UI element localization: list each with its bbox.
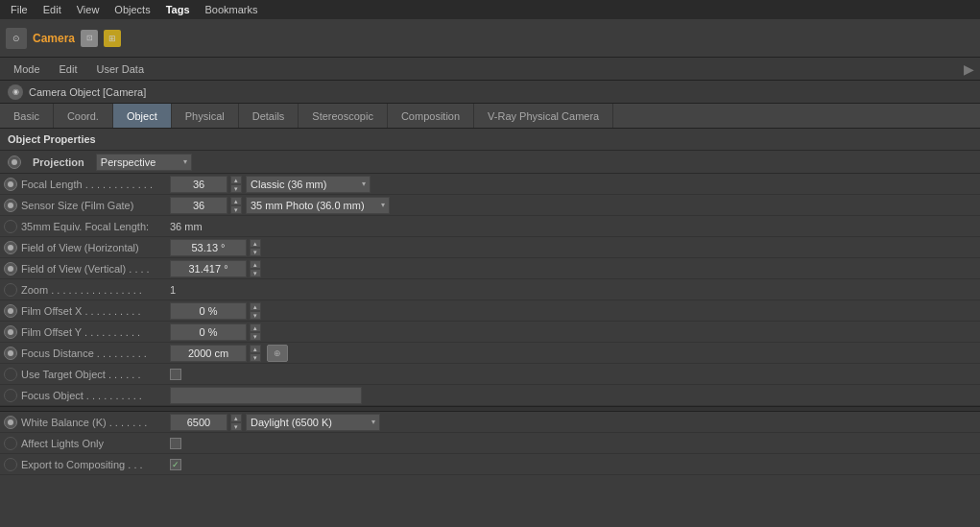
white-balance-spinner[interactable]: ▴ ▾ bbox=[230, 414, 242, 431]
focal-length-input[interactable] bbox=[170, 176, 227, 193]
sensor-size-dropdown[interactable]: 35 mm Photo (36.0 mm) ▾ bbox=[246, 197, 390, 214]
film-offset-y-down[interactable]: ▾ bbox=[250, 332, 261, 341]
focus-distance-input[interactable] bbox=[170, 345, 247, 362]
film-offset-y-value: ▴ ▾ bbox=[170, 323, 976, 341]
object-title: Camera Object [Camera] bbox=[29, 86, 146, 98]
menu-edit[interactable]: Edit bbox=[36, 2, 68, 17]
export-compositing-checkbox[interactable]: ✓ bbox=[170, 459, 181, 470]
properties-panel: Object Properties Projection Perspective… bbox=[0, 129, 980, 475]
sensor-size-input[interactable] bbox=[170, 197, 227, 214]
focal-length-spinner[interactable]: ▴ ▾ bbox=[230, 176, 242, 193]
tab-coord[interactable]: Coord. bbox=[54, 104, 113, 128]
film-offset-y-spinner[interactable]: ▴ ▾ bbox=[250, 323, 261, 341]
menu-objects[interactable]: Objects bbox=[108, 2, 156, 17]
projection-label: Projection bbox=[33, 156, 84, 168]
focal-length-dropdown-value: Classic (36 mm) bbox=[251, 179, 326, 190]
affect-lights-value bbox=[170, 438, 976, 449]
fov-h-indicator[interactable] bbox=[4, 241, 17, 254]
tool-icon-3[interactable]: ⊞ bbox=[104, 30, 121, 47]
focal-length-dropdown[interactable]: Classic (36 mm) ▾ bbox=[246, 176, 370, 193]
white-balance-input[interactable] bbox=[170, 414, 227, 431]
collapse-btn[interactable]: ▶ bbox=[964, 61, 974, 77]
tab-composition[interactable]: Composition bbox=[388, 104, 474, 128]
use-target-label: Use Target Object . . . . . . bbox=[21, 369, 170, 380]
film-offset-y-row: Film Offset Y . . . . . . . . . . ▴ ▾ bbox=[0, 322, 980, 343]
mode-btn-userdata[interactable]: User Data bbox=[89, 61, 153, 77]
focal-length-row: Focal Length . . . . . . . . . . . . ▴ ▾… bbox=[0, 174, 980, 195]
tab-vray[interactable]: V-Ray Physical Camera bbox=[474, 104, 613, 128]
white-balance-dropdown[interactable]: Daylight (6500 K) ▾ bbox=[246, 414, 380, 431]
sensor-size-down[interactable]: ▾ bbox=[230, 205, 242, 214]
fov-v-down[interactable]: ▾ bbox=[250, 269, 261, 277]
focus-distance-up[interactable]: ▴ bbox=[250, 345, 261, 353]
use-target-indicator bbox=[4, 368, 17, 381]
film-offset-y-up[interactable]: ▴ bbox=[250, 323, 261, 332]
fov-v-input[interactable] bbox=[170, 260, 247, 277]
tab-stereoscopic[interactable]: Stereoscopic bbox=[299, 104, 388, 128]
focus-object-label: Focus Object . . . . . . . . . . bbox=[21, 390, 170, 401]
fov-v-spinner[interactable]: ▴ ▾ bbox=[250, 260, 261, 277]
tab-object[interactable]: Object bbox=[113, 104, 172, 128]
focal-length-indicator[interactable] bbox=[4, 178, 17, 191]
focal-length-value: ▴ ▾ Classic (36 mm) ▾ bbox=[170, 176, 976, 193]
focus-distance-spinner[interactable]: ▴ ▾ bbox=[250, 345, 261, 362]
menu-file[interactable]: File bbox=[4, 2, 35, 17]
mode-btn-edit[interactable]: Edit bbox=[52, 61, 85, 77]
film-offset-x-indicator[interactable] bbox=[4, 304, 17, 318]
camera-label: Camera bbox=[33, 32, 75, 45]
fov-h-row: Field of View (Horizontal) ▴ ▾ bbox=[0, 237, 980, 258]
sensor-size-spinner[interactable]: ▴ ▾ bbox=[230, 197, 242, 214]
projection-value: Perspective bbox=[101, 156, 155, 168]
white-balance-value: ▴ ▾ Daylight (6500 K) ▾ bbox=[170, 414, 976, 431]
film-offset-y-input[interactable] bbox=[170, 323, 247, 341]
fov-h-input[interactable] bbox=[170, 239, 247, 256]
fov-v-indicator[interactable] bbox=[4, 262, 17, 275]
zoom-row: Zoom . . . . . . . . . . . . . . . . 1 bbox=[0, 279, 980, 300]
sensor-dropdown-arrow: ▾ bbox=[381, 201, 385, 209]
white-balance-indicator[interactable] bbox=[4, 416, 17, 429]
menu-bookmarks[interactable]: Bookmarks bbox=[199, 2, 265, 17]
zoom-label: Zoom . . . . . . . . . . . . . . . . bbox=[21, 284, 170, 296]
sensor-size-up[interactable]: ▴ bbox=[230, 197, 242, 205]
white-balance-up[interactable]: ▴ bbox=[230, 414, 242, 422]
menu-view[interactable]: View bbox=[70, 2, 107, 17]
export-compositing-row: Export to Compositing . . . ✓ bbox=[0, 454, 980, 475]
projection-dropdown[interactable]: Perspective ▾ bbox=[96, 154, 192, 171]
film-offset-y-indicator[interactable] bbox=[4, 325, 17, 339]
fov-v-up[interactable]: ▴ bbox=[250, 260, 261, 269]
tool-icon-2[interactable]: ⊡ bbox=[81, 30, 98, 47]
white-balance-label: White Balance (K) . . . . . . . bbox=[21, 417, 170, 428]
focus-target-btn[interactable]: ⊕ bbox=[267, 345, 288, 362]
fov-h-down[interactable]: ▾ bbox=[250, 248, 261, 256]
tab-physical[interactable]: Physical bbox=[172, 104, 239, 128]
export-compositing-value: ✓ bbox=[170, 459, 976, 470]
projection-indicator[interactable] bbox=[8, 156, 21, 169]
focus-distance-value: ▴ ▾ ⊕ bbox=[170, 345, 976, 362]
focal-length-down[interactable]: ▾ bbox=[230, 184, 242, 193]
tab-basic[interactable]: Basic bbox=[0, 104, 54, 128]
fov-h-label: Field of View (Horizontal) bbox=[21, 242, 170, 253]
fov-h-up[interactable]: ▴ bbox=[250, 239, 261, 248]
film-offset-x-input[interactable] bbox=[170, 302, 247, 320]
focal-length-up[interactable]: ▴ bbox=[230, 176, 242, 184]
sensor-size-indicator[interactable] bbox=[4, 199, 17, 212]
equiv-focal-indicator bbox=[4, 220, 17, 233]
affect-lights-row: Affect Lights Only bbox=[0, 433, 980, 454]
film-offset-x-up[interactable]: ▴ bbox=[250, 302, 261, 311]
focus-distance-indicator[interactable] bbox=[4, 347, 17, 360]
fov-h-spinner[interactable]: ▴ ▾ bbox=[250, 239, 261, 256]
film-offset-x-spinner[interactable]: ▴ ▾ bbox=[250, 302, 261, 320]
use-target-checkbox[interactable] bbox=[170, 369, 181, 380]
menu-tags[interactable]: Tags bbox=[159, 2, 197, 17]
section-title: Object Properties bbox=[0, 129, 980, 151]
affect-lights-checkbox[interactable] bbox=[170, 438, 181, 449]
film-offset-x-down[interactable]: ▾ bbox=[250, 311, 261, 320]
tool-icon-1[interactable]: ⊙ bbox=[6, 28, 27, 49]
fov-v-value: ▴ ▾ bbox=[170, 260, 976, 277]
tab-details[interactable]: Details bbox=[239, 104, 299, 128]
mode-btn-mode[interactable]: Mode bbox=[6, 61, 48, 77]
equiv-focal-label: 35mm Equiv. Focal Length: bbox=[21, 221, 170, 232]
focus-distance-down[interactable]: ▾ bbox=[250, 353, 261, 362]
white-balance-down[interactable]: ▾ bbox=[230, 422, 242, 431]
focus-object-input[interactable] bbox=[170, 387, 362, 404]
